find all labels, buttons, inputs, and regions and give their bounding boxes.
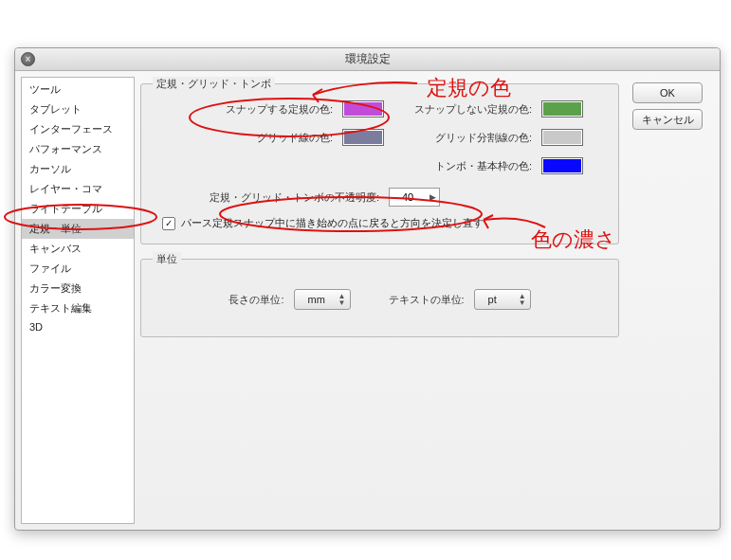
dialog-title: 環境設定	[15, 51, 720, 67]
sidebar-item[interactable]: ライトテーブル	[22, 199, 134, 219]
sidebar-item[interactable]: レイヤー・コマ	[22, 179, 134, 199]
sidebar-item[interactable]: カーソル	[22, 159, 134, 179]
opacity-label: 定規・グリッド・トンボの不透明度:	[210, 190, 379, 205]
sidebar-item[interactable]: タブレット	[22, 99, 134, 119]
crop-frame-color-swatch[interactable]	[541, 157, 583, 174]
sidebar-item[interactable]: キャンバス	[22, 239, 134, 259]
perspective-checkbox[interactable]: ✓	[162, 217, 175, 230]
sidebar-item[interactable]: ツール	[22, 80, 134, 99]
ruler-grid-group: 定規・グリッド・トンボ スナップする定規の色: スナップしない定規の色: グリッ…	[140, 77, 619, 244]
snap-ruler-color-label: スナップする定規の色:	[172, 102, 333, 117]
preferences-dialog: × 環境設定 ツールタブレットインターフェースパフォーマンスカーソルレイヤー・コ…	[14, 47, 721, 531]
stepper-icon: ▲▼	[519, 293, 526, 306]
sidebar-item[interactable]: テキスト編集	[22, 298, 134, 318]
nosnap-ruler-color-swatch[interactable]	[541, 100, 583, 117]
sidebar-item[interactable]: 3D	[22, 318, 134, 335]
category-sidebar[interactable]: ツールタブレットインターフェースパフォーマンスカーソルレイヤー・コマライトテーブ…	[21, 77, 135, 524]
perspective-checkbox-label: パース定規スナップ中に描き始めの点に戻ると方向を決定し直す	[181, 216, 484, 230]
titlebar: × 環境設定	[15, 48, 720, 71]
crop-frame-color-label: トンボ・基本枠の色:	[399, 159, 532, 173]
sidebar-item[interactable]: ファイル	[22, 259, 134, 279]
nosnap-ruler-color-label: スナップしない定規の色:	[399, 102, 532, 117]
close-icon[interactable]: ×	[21, 52, 35, 66]
sidebar-item[interactable]: インターフェース	[22, 119, 134, 139]
length-unit-select[interactable]: mm ▲▼	[294, 289, 351, 310]
grid-line-color-label: グリッド線の色:	[172, 131, 333, 145]
grid-div-color-swatch[interactable]	[541, 129, 583, 146]
chevron-right-icon[interactable]: ▶	[426, 189, 439, 206]
sidebar-item[interactable]: カラー変換	[22, 279, 134, 298]
sidebar-item[interactable]: パフォーマンス	[22, 139, 134, 159]
stepper-icon: ▲▼	[338, 293, 346, 306]
sidebar-item[interactable]: 定規・単位	[22, 219, 134, 239]
ok-button[interactable]: OK	[632, 82, 703, 103]
length-unit-label: 長さの単位:	[228, 293, 283, 307]
snap-ruler-color-swatch[interactable]	[342, 100, 384, 117]
grid-div-color-label: グリッド分割線の色:	[399, 131, 532, 145]
opacity-stepper[interactable]: ▶	[389, 188, 440, 207]
opacity-input[interactable]	[390, 191, 426, 203]
cancel-button[interactable]: キャンセル	[632, 109, 703, 130]
group-legend: 定規・グリッド・トンボ	[153, 77, 275, 91]
text-unit-select[interactable]: pt ▲▼	[474, 289, 531, 310]
unit-legend: 単位	[153, 252, 181, 266]
grid-line-color-swatch[interactable]	[342, 129, 384, 146]
unit-group: 単位 長さの単位: mm ▲▼ テキストの単位: pt ▲▼	[140, 252, 619, 337]
text-unit-label: テキストの単位:	[389, 293, 465, 307]
